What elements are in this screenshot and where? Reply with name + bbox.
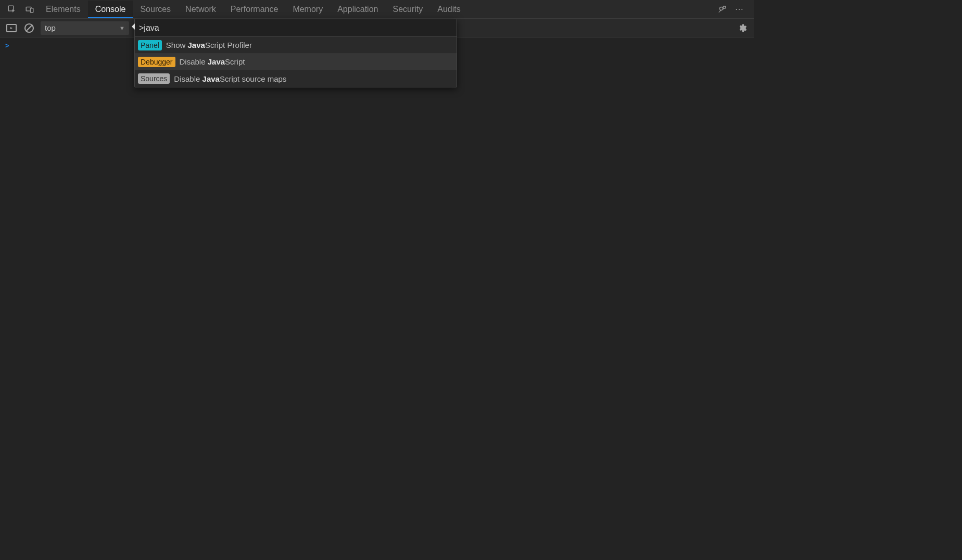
tab-console[interactable]: Console (88, 1, 133, 18)
execution-context-label: top (45, 23, 56, 32)
command-category-badge: Sources (138, 73, 170, 84)
svg-line-7 (27, 26, 32, 31)
devtools-tabbar: ElementsConsoleSourcesNetworkPerformance… (0, 0, 754, 19)
tab-container: ElementsConsoleSourcesNetworkPerformance… (39, 1, 468, 18)
svg-marker-5 (10, 27, 12, 29)
command-palette-list: PanelShow JavaScript ProfilerDebuggerDis… (135, 37, 457, 87)
svg-point-3 (720, 7, 723, 10)
more-options-icon[interactable]: ⋯ (731, 1, 749, 18)
command-palette-input-row (135, 19, 457, 37)
user-feedback-icon[interactable] (713, 1, 731, 18)
command-palette: PanelShow JavaScript ProfilerDebuggerDis… (134, 19, 457, 87)
toggle-console-sidebar-icon[interactable] (5, 22, 18, 34)
command-label: Show JavaScript Profiler (166, 41, 252, 49)
command-label: Disable JavaScript source maps (174, 74, 286, 83)
tab-performance[interactable]: Performance (223, 1, 286, 18)
command-palette-item[interactable]: SourcesDisable JavaScript source maps (135, 70, 457, 87)
console-settings-icon[interactable] (736, 22, 749, 34)
command-category-badge: Panel (138, 40, 162, 50)
tab-application[interactable]: Application (330, 1, 385, 18)
tab-elements[interactable]: Elements (39, 1, 88, 18)
execution-context-select[interactable]: top ▼ (41, 21, 129, 35)
command-category-badge: Debugger (138, 57, 175, 67)
command-palette-item[interactable]: DebuggerDisable JavaScript (135, 54, 457, 70)
tabbar-left-icons (3, 1, 39, 18)
clear-console-icon[interactable] (23, 22, 35, 34)
tab-audits[interactable]: Audits (430, 1, 467, 18)
command-label: Disable JavaScript (180, 57, 245, 66)
console-prompt-caret: > (5, 42, 9, 49)
tab-sources[interactable]: Sources (133, 1, 178, 18)
tab-network[interactable]: Network (178, 1, 223, 18)
palette-pointer-icon (132, 23, 135, 30)
chevron-down-icon: ▼ (119, 25, 125, 31)
tab-security[interactable]: Security (385, 1, 430, 18)
tab-memory[interactable]: Memory (285, 1, 330, 18)
tabbar-right: ⋯ (713, 1, 754, 18)
console-body[interactable]: > (0, 37, 754, 438)
inspect-element-icon[interactable] (3, 1, 21, 18)
svg-rect-2 (31, 8, 33, 12)
device-toolbar-icon[interactable] (21, 1, 39, 18)
command-palette-item[interactable]: PanelShow JavaScript Profiler (135, 37, 457, 54)
console-toolbar-right (736, 22, 749, 34)
command-palette-input[interactable] (139, 23, 452, 33)
